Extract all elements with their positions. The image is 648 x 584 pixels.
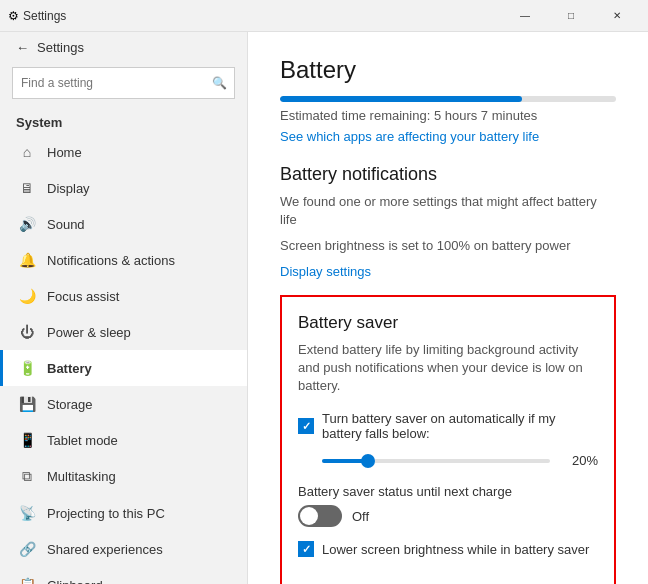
notifications-section-title: Battery notifications: [280, 164, 616, 185]
lower-brightness-row: ✓ Lower screen brightness while in batte…: [298, 541, 598, 557]
sidebar-item-label: Clipboard: [47, 578, 103, 585]
page-title: Battery: [280, 56, 616, 84]
sidebar-item-focus[interactable]: 🌙 Focus assist: [0, 278, 247, 314]
slider-value: 20%: [562, 453, 598, 468]
projecting-icon: 📡: [19, 505, 35, 521]
sidebar-item-tablet[interactable]: 📱 Tablet mode: [0, 422, 247, 458]
back-button[interactable]: ← Settings: [0, 32, 247, 63]
search-icon: 🔍: [212, 76, 227, 90]
battery-slider[interactable]: [322, 459, 550, 463]
auto-saver-checkbox[interactable]: ✓: [298, 418, 314, 434]
shared-icon: 🔗: [19, 541, 35, 557]
notifications-desc: We found one or more settings that might…: [280, 193, 616, 229]
titlebar: ⚙ Settings — □ ✕: [0, 0, 648, 32]
sidebar-item-power[interactable]: ⏻ Power & sleep: [0, 314, 247, 350]
sidebar-item-label: Notifications & actions: [47, 253, 175, 268]
toggle-knob: [300, 507, 318, 525]
slider-thumb[interactable]: [361, 454, 375, 468]
main-content: Battery Estimated time remaining: 5 hour…: [248, 32, 648, 584]
sidebar-item-storage[interactable]: 💾 Storage: [0, 386, 247, 422]
sidebar-item-label: Storage: [47, 397, 93, 412]
sidebar-item-projecting[interactable]: 📡 Projecting to this PC: [0, 495, 247, 531]
battery-bar-fill: [280, 96, 522, 102]
auto-saver-row: ✓ Turn battery saver on automatically if…: [298, 411, 598, 441]
battery-time-text: Estimated time remaining: 5 hours 7 minu…: [280, 108, 616, 123]
battery-saver-title: Battery saver: [298, 313, 598, 333]
sidebar-item-multitasking[interactable]: ⧉ Multitasking: [0, 458, 247, 495]
lower-brightness-label: Lower screen brightness while in battery…: [322, 542, 589, 557]
clipboard-icon: 📋: [19, 577, 35, 584]
checkmark-icon-2: ✓: [302, 543, 311, 556]
battery-icon: 🔋: [19, 360, 35, 376]
titlebar-title: Settings: [23, 9, 502, 23]
minimize-button[interactable]: —: [502, 0, 548, 32]
settings-back-icon: ⚙: [8, 9, 19, 23]
sidebar-item-label: Tablet mode: [47, 433, 118, 448]
content-area: ← Settings 🔍 System ⌂ Home 🖥 Display 🔊 S…: [0, 32, 648, 584]
back-arrow-icon: ←: [16, 40, 29, 55]
sidebar-item-label: Sound: [47, 217, 85, 232]
sound-icon: 🔊: [19, 216, 35, 232]
focus-icon: 🌙: [19, 288, 35, 304]
battery-saver-desc: Extend battery life by limiting backgrou…: [298, 341, 598, 396]
multitasking-icon: ⧉: [19, 468, 35, 485]
display-icon: 🖥: [19, 180, 35, 196]
sidebar-item-label: Shared experiences: [47, 542, 163, 557]
sidebar-item-label: Battery: [47, 361, 92, 376]
sidebar-item-clipboard[interactable]: 📋 Clipboard: [0, 567, 247, 584]
sidebar-item-shared[interactable]: 🔗 Shared experiences: [0, 531, 247, 567]
lower-brightness-checkbox[interactable]: ✓: [298, 541, 314, 557]
saver-status-label: Battery saver status until next charge: [298, 484, 598, 499]
maximize-button[interactable]: □: [548, 0, 594, 32]
search-input[interactable]: [12, 67, 235, 99]
sidebar-item-label: Power & sleep: [47, 325, 131, 340]
power-icon: ⏻: [19, 324, 35, 340]
sidebar-item-notifications[interactable]: 🔔 Notifications & actions: [0, 242, 247, 278]
checkmark-icon: ✓: [302, 420, 311, 433]
sidebar-item-label: Projecting to this PC: [47, 506, 165, 521]
search-container: 🔍: [12, 67, 235, 99]
screen-brightness-text: Screen brightness is set to 100% on batt…: [280, 237, 616, 255]
sidebar-item-display[interactable]: 🖥 Display: [0, 170, 247, 206]
sidebar-item-label: Focus assist: [47, 289, 119, 304]
sidebar-item-battery[interactable]: 🔋 Battery: [0, 350, 247, 386]
auto-saver-label: Turn battery saver on automatically if m…: [322, 411, 598, 441]
battery-bar: [280, 96, 616, 102]
sidebar-item-label: Multitasking: [47, 469, 116, 484]
notifications-icon: 🔔: [19, 252, 35, 268]
close-button[interactable]: ✕: [594, 0, 640, 32]
toggle-row: Off: [298, 505, 598, 527]
titlebar-controls: — □ ✕: [502, 0, 640, 32]
battery-saver-box: Battery saver Extend battery life by lim…: [280, 295, 616, 584]
storage-icon: 💾: [19, 396, 35, 412]
slider-row: 20%: [298, 453, 598, 468]
toggle-status: Off: [352, 509, 369, 524]
sidebar-item-home[interactable]: ⌂ Home: [0, 134, 247, 170]
battery-bar-container: [280, 96, 616, 102]
home-icon: ⌂: [19, 144, 35, 160]
sidebar-item-label: Home: [47, 145, 82, 160]
battery-saver-toggle[interactable]: [298, 505, 342, 527]
display-settings-link[interactable]: Display settings: [280, 264, 616, 279]
sidebar: ← Settings 🔍 System ⌂ Home 🖥 Display 🔊 S…: [0, 32, 248, 584]
tablet-icon: 📱: [19, 432, 35, 448]
sidebar-section-title: System: [0, 107, 247, 134]
sidebar-item-sound[interactable]: 🔊 Sound: [0, 206, 247, 242]
battery-apps-link[interactable]: See which apps are affecting your batter…: [280, 129, 616, 144]
window: ⚙ Settings — □ ✕ ← Settings 🔍 System ⌂ H…: [0, 0, 648, 584]
sidebar-item-label: Display: [47, 181, 90, 196]
settings-label: Settings: [37, 40, 84, 55]
